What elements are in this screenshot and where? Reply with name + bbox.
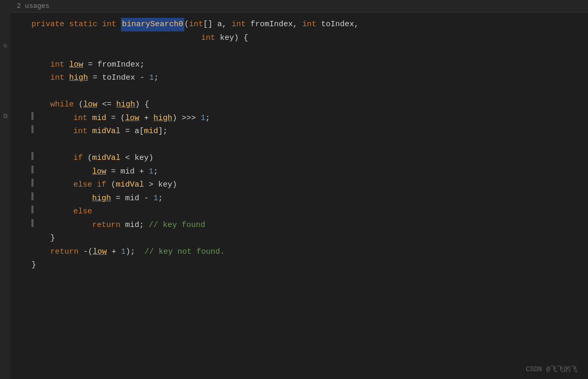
code-line-15: return -( low + 1 ); // key not found. [31, 245, 578, 259]
return-end: ); [126, 245, 145, 259]
param-a: [] a, [203, 18, 231, 31]
assign-mid: = ( [106, 112, 125, 125]
empty-line-1 [31, 45, 578, 58]
var-high-3: high [153, 112, 172, 125]
op-ushr: ) >>> [172, 112, 201, 125]
indent-10b [36, 178, 73, 192]
keyword-while: while [50, 98, 79, 112]
watermark-text: CSDN @飞飞的飞 [526, 365, 578, 373]
keyword-return-2: return [50, 245, 83, 259]
semicolon-3: ; [153, 165, 158, 179]
code-line-4: int high = toIndex - 1 ; [31, 71, 578, 85]
number-3: 1 [149, 165, 153, 179]
brace-method-close: } [31, 258, 36, 272]
var-midval-2: midVal [92, 151, 120, 165]
indent-11b [36, 192, 92, 205]
semicolon-1: ; [154, 71, 159, 85]
keyword-static: static [69, 18, 102, 31]
semicolon-2: ; [205, 112, 210, 125]
code-line-7: int midVal = a[ mid ]; [31, 125, 578, 138]
bar-spacer-11 [31, 192, 34, 200]
var-low-4: low [92, 165, 106, 179]
bar-spacer-12 [31, 205, 34, 213]
code-line-1: private static int binarySearch0 ( int [… [31, 18, 578, 31]
var-high-1: high [69, 71, 88, 85]
op-plus: + [139, 112, 153, 125]
var-mid-2: mid [144, 125, 158, 138]
code-line-13: return mid; // key found [31, 219, 578, 232]
param-toindex: toIndex, [321, 18, 359, 31]
return-neg: -( [83, 245, 93, 259]
bar-spacer-7 [31, 125, 34, 133]
indent-14 [31, 232, 50, 245]
var-midval-1: midVal [92, 125, 120, 138]
bracket-close: ]; [158, 125, 168, 138]
code-line-2: int key) { [31, 31, 578, 45]
var-midval-3: midVal [116, 178, 144, 192]
code-line-10: else if ( midVal > key) [31, 178, 578, 192]
param-key: key) { [220, 31, 248, 45]
keyword-private: private [31, 18, 69, 31]
var-low-5: low [93, 245, 107, 259]
keyword-int-2: int [189, 18, 203, 31]
keyword-int-4: int [302, 18, 321, 31]
code-line-14: } [31, 232, 578, 245]
var-mid-1: mid [92, 112, 106, 125]
assign-1: = fromIndex; [83, 58, 145, 72]
keyword-else: else [73, 205, 92, 219]
op-gt: > key) [144, 178, 177, 192]
comment-not-found: // key not found. [145, 245, 225, 259]
number-2: 1 [201, 112, 205, 125]
indent-9b [36, 165, 92, 179]
keyword-if: if [73, 151, 87, 165]
while-brace: ) { [135, 98, 149, 112]
var-low-1: low [69, 58, 83, 72]
indent-2 [31, 31, 201, 45]
code-line-5: while ( low <= high ) { [31, 98, 578, 112]
keyword-int-5: int [201, 31, 220, 45]
code-line-3: int low = fromIndex; [31, 58, 578, 72]
return-mid: mid; [125, 219, 149, 232]
empty-line-3 [31, 138, 578, 152]
method-name: binarySearch0 [121, 18, 184, 31]
param-fromindex: fromIndex, [250, 18, 302, 31]
var-low-3: low [125, 112, 139, 125]
bar-spacer-10 [31, 179, 34, 187]
paren-if: ( [87, 151, 92, 165]
indent-3 [31, 58, 50, 72]
keyword-int-1: int [102, 18, 121, 31]
indent-5 [31, 98, 50, 112]
number-1: 1 [149, 71, 154, 85]
indent-13b [36, 219, 92, 232]
comment-found: // key found [149, 219, 205, 232]
bar-spacer-9 [31, 166, 34, 174]
assign-low: = mid + [106, 165, 149, 179]
indent-4 [31, 71, 50, 85]
keyword-int-3: int [231, 18, 250, 31]
empty-line-2 [31, 85, 578, 99]
indent-6 [31, 112, 34, 120]
code-line-9: low = mid + 1 ; [31, 165, 578, 179]
keyword-int-8: int [73, 112, 92, 125]
keyword-int-7: int [50, 71, 69, 85]
indent-7b [36, 125, 73, 138]
brace-while-close: } [50, 232, 55, 245]
indent-12b [36, 205, 73, 219]
keyword-else-if: else [73, 178, 97, 192]
keyword-return: return [92, 219, 125, 232]
number-4: 1 [153, 192, 158, 205]
keyword-if-2: if [97, 178, 111, 192]
keyword-int-6: int [50, 58, 69, 72]
bar-spacer-13 [31, 219, 34, 227]
assign-2: = toIndex - [88, 71, 149, 85]
keyword-int-9: int [73, 125, 92, 138]
var-low-2: low [83, 98, 97, 112]
usages-bar: 2 usages [10, 0, 588, 13]
watermark: CSDN @飞飞的飞 [526, 364, 578, 374]
var-high-2: high [116, 98, 135, 112]
code-area: private static int binarySearch0 ( int [… [0, 13, 588, 277]
assign-high: = mid - [111, 192, 153, 205]
code-line-16: } [31, 258, 578, 272]
bar-spacer-8 [31, 152, 34, 160]
paren-open: ( [184, 18, 189, 31]
